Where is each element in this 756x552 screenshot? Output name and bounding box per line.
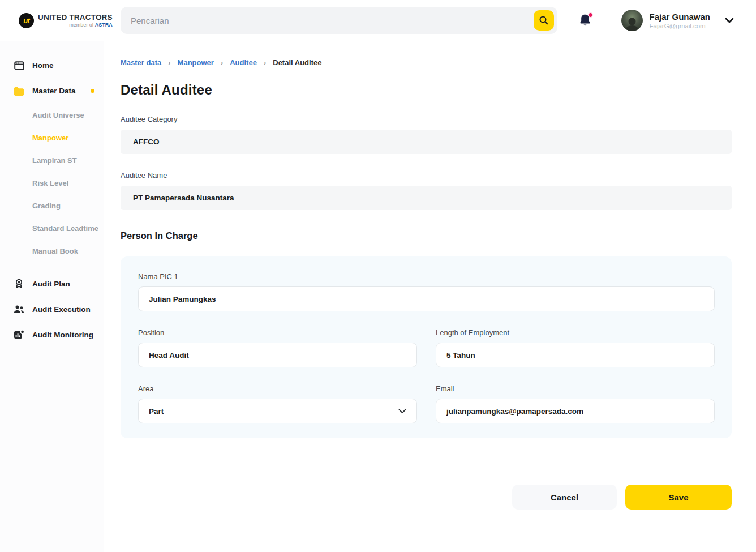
notifications-button[interactable] xyxy=(578,13,592,28)
page-title: Detail Auditee xyxy=(121,82,732,98)
breadcrumb: Master data › Manpower › Auditee › Detai… xyxy=(121,58,732,67)
area-label: Area xyxy=(138,384,417,393)
user-email: FajarG@gmail.com xyxy=(649,23,710,29)
sidebar-item-audit-execution[interactable]: Audit Execution xyxy=(0,297,104,322)
search-input[interactable] xyxy=(131,16,534,25)
monitor-chart-icon xyxy=(14,330,24,340)
sidebar-item-risk-level[interactable]: Risk Level xyxy=(0,172,104,194)
global-search xyxy=(121,7,557,34)
sidebar-item-manpower[interactable]: Manpower xyxy=(0,126,104,149)
notification-badge-dot xyxy=(588,12,593,18)
user-name: Fajar Gunawan xyxy=(649,12,710,22)
main-content: Master data › Manpower › Auditee › Detai… xyxy=(121,41,732,510)
person-in-charge-heading: Person In Charge xyxy=(121,230,732,241)
sidebar: Home Master Data Audit Universe Manpower… xyxy=(0,41,104,552)
position-input[interactable] xyxy=(138,343,417,367)
top-bar: ut UNITED TRACTORS member of ASTRA xyxy=(0,0,756,41)
sidebar-item-grading[interactable]: Grading xyxy=(0,194,104,217)
breadcrumb-auditee[interactable]: Auditee xyxy=(230,58,257,67)
sidebar-item-lampiran-st[interactable]: Lampiran ST xyxy=(0,149,104,172)
sidebar-item-standard-leadtime[interactable]: Standard Leadtime xyxy=(0,217,104,239)
search-icon xyxy=(539,15,549,25)
user-menu[interactable]: Fajar Gunawan FajarG@gmail.com xyxy=(621,10,734,31)
form-actions: Cancel Save xyxy=(121,485,732,510)
chevron-down-icon xyxy=(725,18,734,23)
users-icon xyxy=(14,305,24,314)
folder-icon xyxy=(14,87,24,96)
breadcrumb-master-data[interactable]: Master data xyxy=(121,58,161,67)
search-button[interactable] xyxy=(534,10,554,31)
nama-pic-label: Nama PIC 1 xyxy=(138,272,715,281)
auditee-name-value: PT Pamapersada Nusantara xyxy=(121,186,732,210)
breadcrumb-manpower[interactable]: Manpower xyxy=(178,58,214,67)
united-tractors-logo-icon: ut xyxy=(19,13,34,28)
length-of-employment-label: Length of Employment xyxy=(436,328,715,337)
avatar xyxy=(621,10,643,31)
email-label: Email xyxy=(436,384,715,393)
window-icon xyxy=(14,61,24,71)
cancel-button[interactable]: Cancel xyxy=(512,485,617,510)
auditee-category-label: Auditee Category xyxy=(121,115,732,123)
email-input[interactable] xyxy=(436,399,715,423)
position-label: Position xyxy=(138,328,417,337)
app-logo: ut UNITED TRACTORS member of ASTRA xyxy=(0,13,121,28)
sidebar-item-master-data[interactable]: Master Data xyxy=(0,78,104,104)
length-of-employment-input[interactable] xyxy=(436,343,715,367)
sidebar-item-audit-plan[interactable]: Audit Plan xyxy=(0,271,104,297)
sidebar-item-home[interactable]: Home xyxy=(0,53,104,78)
person-in-charge-card: Nama PIC 1 Position Length of Employment… xyxy=(121,256,732,438)
master-data-submenu: Audit Universe Manpower Lampiran ST Risk… xyxy=(0,104,104,262)
sidebar-item-audit-universe[interactable]: Audit Universe xyxy=(0,104,104,126)
sidebar-item-manual-book[interactable]: Manual Book xyxy=(0,239,104,262)
breadcrumb-current: Detail Auditee xyxy=(273,58,321,67)
active-section-dot xyxy=(91,89,94,93)
auditee-category-value: AFFCO xyxy=(121,130,732,154)
area-select[interactable]: Part xyxy=(138,399,417,423)
breadcrumb-separator: › xyxy=(264,58,266,67)
sidebar-item-audit-monitoring[interactable]: Audit Monitoring xyxy=(0,322,104,348)
area-select-value: Part xyxy=(149,407,164,416)
breadcrumb-separator: › xyxy=(168,58,170,67)
breadcrumb-separator: › xyxy=(221,58,223,67)
nama-pic-input[interactable] xyxy=(138,286,715,311)
chevron-down-icon xyxy=(398,409,406,414)
brand-member-line: member of ASTRA xyxy=(69,22,113,28)
auditee-name-label: Auditee Name xyxy=(121,171,732,179)
save-button[interactable]: Save xyxy=(625,485,732,510)
medal-icon xyxy=(14,279,24,289)
brand-name: UNITED TRACTORS xyxy=(38,13,113,22)
